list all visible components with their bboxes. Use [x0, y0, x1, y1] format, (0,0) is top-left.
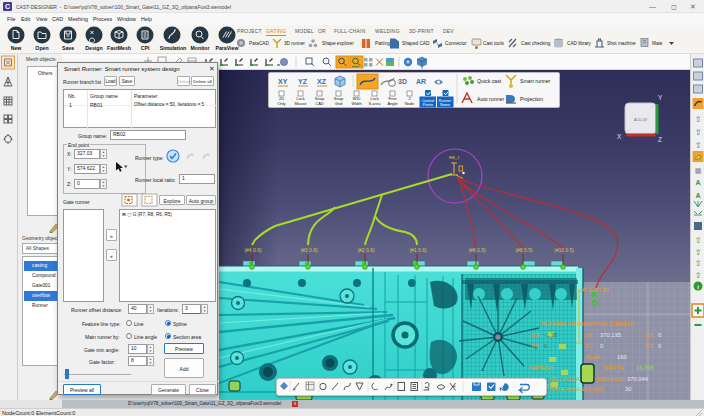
svg-text:Runner: Runner: [439, 99, 452, 103]
svg-text:DX:: DX:: [531, 343, 541, 349]
svg-text:(#2 0.6): (#2 0.6): [357, 247, 375, 253]
svg-text:YZ: YZ: [298, 78, 308, 85]
svg-text:0: 0: [658, 332, 661, 338]
svg-text:ParaCAD: ParaCAD: [249, 41, 269, 46]
svg-text:Projection: Projection: [520, 96, 543, 102]
svg-text:Mouse: Mouse: [294, 101, 307, 106]
svg-text:Points: Points: [423, 103, 434, 107]
svg-text:▩: ▩: [695, 167, 702, 174]
svg-text:Shot machine: Shot machine: [607, 41, 636, 46]
svg-text:Shape explorer: Shape explorer: [322, 41, 354, 46]
svg-text:0: 0: [600, 343, 603, 349]
svg-text:S.area: S.area: [369, 101, 382, 106]
svg-text:⇧: ⇧: [695, 236, 702, 245]
svg-text:#7 (0.97) (B): #7 (0.97) (B): [581, 287, 609, 293]
svg-text:370.044: 370.044: [627, 376, 649, 382]
svg-text:(#1 0.6): (#1 0.6): [409, 247, 427, 253]
svg-text:DZ:: DZ:: [645, 343, 655, 349]
svg-text:(#8 0.5): (#8 0.5): [515, 247, 533, 253]
svg-text:AR: AR: [416, 78, 426, 85]
svg-text:Z: Z: [658, 136, 662, 143]
svg-text:⇧: ⇧: [695, 128, 702, 137]
svg-text:16.705: 16.705: [636, 365, 654, 371]
svg-text:DZ:: DZ:: [645, 332, 655, 338]
svg-text:Cast tools: Cast tools: [483, 41, 504, 46]
svg-text:Smart runner: Smart runner: [520, 78, 551, 84]
svg-text:DY:: DY:: [585, 343, 595, 349]
svg-text:⇧: ⇧: [695, 271, 702, 280]
svg-text:DX:: DX:: [531, 332, 541, 338]
svg-text:(#10 0.5): (#10 0.5): [554, 247, 574, 253]
svg-text:3D: 3D: [398, 78, 407, 85]
svg-text:0: 0: [544, 343, 547, 349]
svg-text:Name: Name: [440, 103, 450, 107]
svg-text:-1.38: -1.38: [544, 332, 557, 338]
svg-text:Angle: Angle: [387, 101, 398, 106]
svg-text:0: 0: [658, 343, 661, 349]
svg-text:RUNNER INFORMATION (GREEN): RUNNER INFORMATION (GREEN): [541, 321, 634, 327]
svg-text:⇧: ⇧: [695, 115, 702, 124]
svg-text:Shaped CAD: Shaped CAD: [402, 41, 430, 46]
svg-text:3D runner: 3D runner: [284, 41, 305, 46]
svg-text:Only: Only: [277, 101, 285, 106]
svg-text:Auto runner: Auto runner: [477, 96, 504, 102]
svg-text:CAD library: CAD library: [567, 41, 592, 46]
svg-text:Y: Y: [658, 94, 663, 101]
svg-text:RB_1: RB_1: [449, 155, 460, 160]
svg-text:Angle:: Angle:: [585, 354, 602, 360]
svg-text:370.135: 370.135: [600, 332, 621, 338]
svg-text:GATE(H):: GATE(H):: [529, 365, 554, 371]
svg-text:X: X: [617, 133, 622, 140]
svg-text:ACU-09: ACU-09: [634, 118, 647, 122]
svg-text:160: 160: [617, 354, 627, 360]
svg-text:Parting: Parting: [375, 41, 390, 46]
svg-text:Quick cast: Quick cast: [477, 78, 502, 84]
svg-text:XY: XY: [278, 78, 288, 85]
svg-text:(#6 0.5): (#6 0.5): [468, 247, 486, 253]
svg-text:⇧: ⇧: [695, 259, 702, 268]
svg-text:DEPTH:: DEPTH:: [604, 365, 626, 371]
svg-text:DY:: DY:: [585, 332, 595, 338]
svg-text:Connector: Connector: [445, 41, 467, 46]
svg-text:⇧: ⇧: [695, 141, 702, 150]
svg-text:A: A: [695, 192, 700, 199]
svg-text:CAD: CAD: [315, 101, 324, 106]
svg-text:(#3 0.6): (#3 0.6): [300, 247, 318, 253]
svg-text:Node: Node: [405, 101, 415, 106]
svg-text:XZ: XZ: [317, 78, 327, 85]
svg-text:Mate: Mate: [652, 41, 663, 46]
svg-text:Control: Control: [422, 99, 434, 103]
svg-text:(#4 0.6): (#4 0.6): [244, 247, 262, 253]
svg-text:⇧: ⇧: [695, 248, 702, 257]
svg-text:Grid: Grid: [335, 101, 343, 106]
svg-text:GATE ANGLE(3.206): GATE ANGLE(3.206): [549, 386, 604, 392]
svg-text:A: A: [695, 179, 700, 186]
svg-text:Cast checking: Cast checking: [521, 41, 551, 46]
svg-text:Width: Width: [351, 101, 361, 106]
svg-text:30: 30: [625, 386, 631, 392]
